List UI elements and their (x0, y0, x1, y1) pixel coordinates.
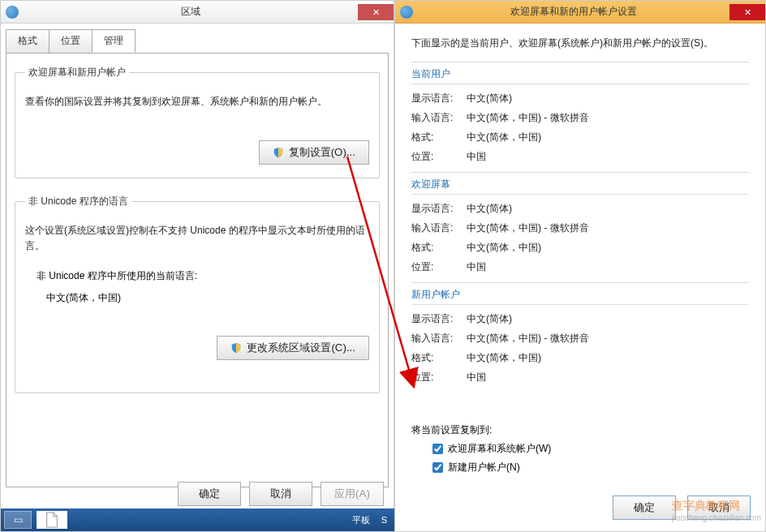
value-format: 中文(简体，中国) (467, 131, 541, 144)
taskbar[interactable]: ▭ 平板 S (1, 508, 395, 531)
value-display-lang: 中文(简体) (467, 202, 512, 216)
left-titlebar[interactable]: 区域 ✕ (1, 1, 394, 24)
close-icon[interactable]: ✕ (358, 4, 394, 20)
value-format: 中文(简体，中国) (467, 241, 541, 255)
value-location: 中国 (467, 150, 486, 164)
value-input-lang: 中文(简体，中国) - 微软拼音 (467, 221, 589, 235)
right-titlebar[interactable]: 欢迎屏幕和新的用户帐户设置 ✕ (395, 1, 765, 24)
section-head: 当前用户 (411, 66, 749, 84)
watermark-text: 查字典教程网 (672, 499, 740, 512)
label-format: 格式: (411, 351, 467, 365)
taskbar-region: 平板 S (352, 514, 387, 526)
shield-icon (273, 147, 284, 158)
label-location: 位置: (411, 371, 467, 384)
section-welcome-screen: 欢迎屏幕 显示语言:中文(简体) 输入语言:中文(简体，中国) - 微软拼音 格… (411, 172, 749, 277)
value-input-lang: 中文(简体，中国) - 微软拼音 (467, 111, 589, 125)
tab-location[interactable]: 位置 (49, 29, 93, 53)
right-title: 欢迎屏幕和新的用户帐户设置 (418, 5, 729, 19)
nonunicode-legend: 非 Unicode 程序的语言 (25, 195, 131, 208)
value-format: 中文(简体，中国) (467, 351, 541, 365)
chk-newuser-label: 新建用户帐户(N) (448, 461, 520, 474)
label-display-lang: 显示语言: (411, 92, 467, 105)
label-input-lang: 输入语言: (411, 111, 467, 125)
label-location: 位置: (411, 260, 467, 274)
label-location: 位置: (411, 150, 467, 164)
label-input-lang: 输入语言: (411, 221, 467, 235)
section-current-user: 当前用户 显示语言:中文(简体) 输入语言:中文(简体，中国) - 微软拼音 格… (411, 62, 749, 167)
copy-settings-label: 复制设置(O)... (289, 145, 355, 160)
label-input-lang: 输入语言: (411, 332, 467, 345)
label-display-lang: 显示语言: (411, 202, 467, 216)
label-display-lang: 显示语言: (411, 312, 467, 326)
value-location: 中国 (467, 260, 486, 274)
taskbar-file-icon[interactable] (37, 511, 67, 529)
value-display-lang: 中文(简体) (467, 312, 512, 326)
change-locale-button[interactable]: 更改系统区域设置(C)... (217, 336, 369, 360)
region-dialog: 区域 ✕ 格式 位置 管理 欢迎屏幕和新用户帐户 查看你的国际设置并将其复制到欢… (0, 0, 394, 532)
section-head: 欢迎屏幕 (411, 176, 749, 195)
taskbar-s: S (381, 515, 387, 525)
apply-button[interactable]: 应用(A) (321, 482, 384, 506)
chk-welcome[interactable] (432, 444, 443, 454)
chk-welcome-row[interactable]: 欢迎屏幕和系统帐户(W) (432, 442, 749, 456)
taskbar-region-text: 平板 (352, 514, 370, 526)
section-head: 新用户帐户 (411, 286, 749, 305)
close-icon[interactable]: ✕ (729, 4, 765, 20)
ok-button[interactable]: 确定 (613, 496, 676, 520)
globe-icon (6, 6, 19, 19)
watermark: 查字典教程网 jiaocheng.chazidian.com (672, 499, 761, 522)
chk-welcome-label: 欢迎屏幕和系统帐户(W) (448, 442, 551, 456)
curlang-label: 非 Unicode 程序中所使用的当前语言: (37, 269, 369, 283)
chk-newuser-row[interactable]: 新建用户帐户(N) (432, 461, 749, 474)
label-format: 格式: (411, 131, 467, 144)
curlang-value: 中文(简体，中国) (46, 291, 369, 305)
chk-newuser[interactable] (432, 462, 443, 473)
change-locale-label: 更改系统区域设置(C)... (247, 341, 355, 355)
section-new-user: 新用户帐户 显示语言:中文(简体) 输入语言:中文(简体，中国) - 微软拼音 … (411, 282, 749, 388)
copy-settings-button[interactable]: 复制设置(O)... (259, 140, 369, 165)
cancel-button[interactable]: 取消 (249, 482, 312, 506)
value-display-lang: 中文(简体) (467, 92, 512, 105)
welcome-legend: 欢迎屏幕和新用户帐户 (25, 66, 129, 79)
left-button-bar: 确定 取消 应用(A) (7, 474, 387, 506)
value-location: 中国 (467, 371, 486, 384)
ok-button[interactable]: 确定 (178, 482, 241, 506)
globe-icon (400, 6, 413, 19)
welcome-group: 欢迎屏幕和新用户帐户 查看你的国际设置并将其复制到欢迎屏幕、系统帐户和新的用户帐… (15, 66, 380, 178)
value-input-lang: 中文(简体，中国) - 微软拼音 (467, 332, 589, 345)
tabs: 格式 位置 管理 (6, 29, 389, 54)
welcome-desc: 查看你的国际设置并将其复制到欢迎屏幕、系统帐户和新的用户帐户。 (25, 94, 369, 109)
shield-icon (230, 342, 242, 354)
tab-format[interactable]: 格式 (6, 29, 49, 53)
watermark-url: jiaocheng.chazidian.com (672, 513, 761, 522)
copyto-label: 将当前设置复制到: (411, 423, 749, 437)
intro-text: 下面显示的是当前用户、欢迎屏幕(系统帐户)和新用户帐户的设置(S)。 (411, 36, 749, 50)
nonunicode-desc: 这个设置(系统区域设置)控制在不支持 Unicode 的程序中显示文本时所使用的… (25, 223, 369, 254)
tab-admin[interactable]: 管理 (92, 29, 136, 53)
label-format: 格式: (411, 241, 467, 255)
nonunicode-group: 非 Unicode 程序的语言 这个设置(系统区域设置)控制在不支持 Unico… (15, 195, 380, 393)
welcome-settings-dialog: 欢迎屏幕和新的用户帐户设置 ✕ 下面显示的是当前用户、欢迎屏幕(系统帐户)和新用… (394, 0, 766, 532)
taskbar-item[interactable]: ▭ (4, 511, 32, 529)
copyto-group: 将当前设置复制到: 欢迎屏幕和系统帐户(W) 新建用户帐户(N) (411, 423, 749, 474)
admin-pane: 欢迎屏幕和新用户帐户 查看你的国际设置并将其复制到欢迎屏幕、系统帐户和新的用户帐… (6, 53, 389, 487)
left-title: 区域 (24, 5, 358, 19)
